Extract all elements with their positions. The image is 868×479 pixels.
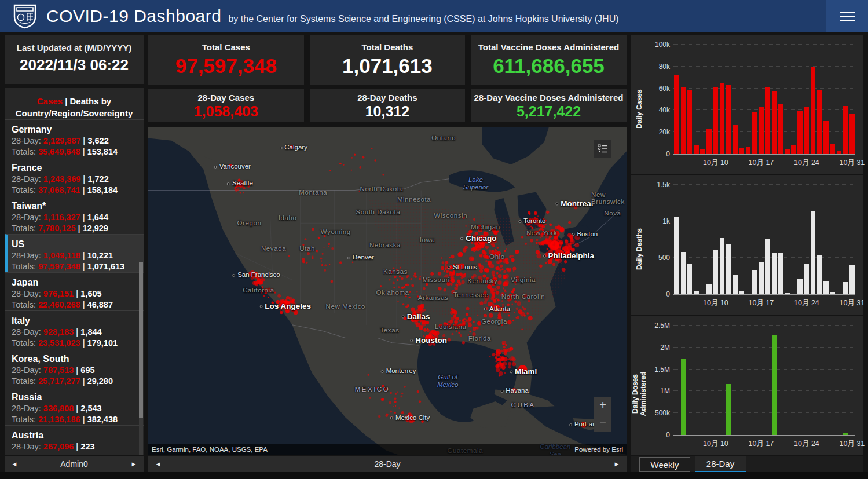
chart-bar[interactable] — [746, 147, 751, 154]
chart-bar[interactable] — [843, 106, 848, 154]
chart-bar[interactable] — [687, 90, 693, 154]
chart-bar[interactable] — [830, 292, 835, 294]
prev-arrow-icon[interactable]: ◄ — [148, 460, 168, 467]
chart-bar[interactable] — [700, 294, 705, 295]
chart-bar[interactable] — [837, 294, 842, 295]
chart-bar[interactable] — [843, 433, 848, 435]
chart-bar[interactable] — [733, 275, 738, 294]
chart-bar[interactable] — [797, 111, 803, 154]
chart-bar[interactable] — [681, 87, 686, 154]
chart-bar[interactable] — [713, 87, 719, 154]
chart-bar[interactable] — [726, 85, 731, 154]
country-28day-row: 28-Day: 976,151 | 1,605 — [12, 288, 139, 299]
x-tick-label: 10月 24 — [794, 298, 819, 308]
chart-bar[interactable] — [849, 114, 855, 154]
chart-bar[interactable] — [791, 294, 796, 295]
country-list-item[interactable]: Japan28-Day: 976,151 | 1,605Totals: 22,4… — [5, 272, 144, 310]
y-tick-label: 2.5M — [654, 321, 670, 330]
prev-arrow-icon[interactable]: ◄ — [5, 460, 24, 467]
country-list: Germany28-Day: 2,129,887 | 3,622Totals: … — [5, 119, 144, 455]
chart-bar[interactable] — [752, 112, 757, 154]
chart-bar[interactable] — [843, 282, 848, 294]
chart-bar[interactable] — [687, 264, 693, 294]
chart-bar[interactable] — [739, 291, 744, 294]
country-list-card: Cases | Deaths by Country/Region/Soverei… — [5, 88, 144, 455]
next-arrow-icon[interactable]: ► — [124, 460, 144, 467]
plot-area: 020k40k60k80k100k10月 1010月 1710月 2410月 3… — [673, 45, 855, 155]
chart-bar[interactable] — [830, 144, 835, 154]
scrollbar-thumb[interactable] — [139, 262, 143, 418]
chart-bar[interactable] — [739, 148, 744, 154]
chart-bar[interactable] — [681, 252, 686, 294]
chart-bar[interactable] — [681, 359, 686, 435]
chart-bar[interactable] — [785, 149, 790, 154]
country-list-item[interactable]: France28-Day: 1,243,369 | 1,722Totals: 3… — [5, 158, 144, 196]
gridline — [673, 184, 855, 185]
zoom-out-button[interactable]: − — [594, 414, 611, 432]
chart-bar[interactable] — [811, 211, 816, 294]
chart-bar[interactable] — [720, 83, 725, 154]
next-arrow-icon[interactable]: ► — [607, 460, 627, 467]
chart-bar[interactable] — [706, 129, 712, 154]
country-list-item[interactable]: Italy28-Day: 928,183 | 1,844Totals: 23,5… — [5, 310, 144, 349]
chart-bar[interactable] — [733, 125, 738, 154]
zoom-in-button[interactable]: + — [594, 397, 611, 414]
chart-bar[interactable] — [674, 75, 679, 154]
chart-bar[interactable] — [785, 293, 790, 294]
legend-button[interactable] — [594, 140, 611, 158]
chart-bar[interactable] — [837, 151, 842, 154]
map-time-pager: ◄ 28-Day ► — [148, 456, 627, 472]
country-list-item[interactable]: Korea, South28-Day: 787,513 | 695Totals:… — [5, 349, 144, 387]
covid-map[interactable]: OntarioCalgaryVancouverSeattleMontanaNor… — [148, 127, 627, 455]
chart-bar[interactable] — [713, 250, 719, 294]
chart-bar[interactable] — [772, 253, 777, 294]
chart-bar[interactable] — [772, 335, 777, 435]
y-axis-label: Daily Deaths — [635, 214, 643, 284]
chart-bar[interactable] — [765, 239, 770, 294]
chart-bar[interactable] — [811, 67, 816, 154]
chart-bar[interactable] — [772, 91, 777, 154]
country-28day-row: 28-Day: 1,243,369 | 1,722 — [12, 174, 139, 185]
country-list-item[interactable]: US28-Day: 1,049,118 | 10,221Totals: 97,5… — [5, 234, 144, 272]
chart-bar[interactable] — [849, 265, 855, 294]
covid-dashboard-app: COVID-19 Dashboard by the Center for Sys… — [0, 0, 868, 479]
chart-bar[interactable] — [791, 145, 796, 154]
country-name: Austria — [12, 430, 139, 441]
tab-28day[interactable]: 28-Day — [695, 456, 746, 473]
chart-bar[interactable] — [817, 90, 822, 154]
chart-bar[interactable] — [752, 270, 757, 294]
chart-bar[interactable] — [694, 291, 699, 294]
chart-bar[interactable] — [746, 294, 751, 295]
hamburger-icon — [840, 9, 855, 24]
tab-weekly[interactable]: Weekly — [639, 457, 690, 472]
y-axis-label: Daily Doses Administered — [631, 359, 647, 429]
admin-pager-label: Admin0 — [24, 459, 124, 469]
chart-bar[interactable] — [759, 262, 764, 294]
chart-bar[interactable] — [778, 253, 783, 294]
country-list-item[interactable]: Taiwan*28-Day: 1,116,327 | 1,644Totals: … — [5, 196, 144, 234]
stat-title: Total Deaths — [310, 42, 466, 52]
chart-bar[interactable] — [759, 107, 764, 154]
chart-bar[interactable] — [726, 244, 731, 294]
chart-bar[interactable] — [765, 87, 770, 154]
menu-button[interactable] — [826, 0, 868, 32]
chart-bar[interactable] — [823, 121, 829, 154]
chart-bar[interactable] — [694, 145, 699, 154]
28day-stats-row: 28-Day Cases1,058,40328-Day Deaths10,312… — [148, 89, 627, 122]
country-list-scrollbar[interactable] — [139, 262, 143, 455]
chart-bar[interactable] — [823, 281, 829, 294]
country-list-item[interactable]: Austria28-Day: 267,096 | 223 — [5, 425, 144, 455]
chart-bar[interactable] — [720, 238, 725, 294]
chart-bar[interactable] — [726, 384, 731, 435]
country-list-item[interactable]: Russia28-Day: 336,808 | 2,543Totals: 21,… — [5, 387, 144, 425]
chart-bar[interactable] — [804, 107, 810, 154]
chart-bar[interactable] — [804, 264, 810, 294]
chart-bar[interactable] — [706, 284, 712, 294]
chart-bar[interactable] — [700, 149, 705, 154]
chart-bar[interactable] — [674, 217, 679, 294]
chart-bar[interactable] — [797, 279, 803, 294]
y-tick-label: 60k — [659, 85, 670, 93]
chart-bar[interactable] — [778, 104, 783, 154]
chart-bar[interactable] — [817, 255, 822, 294]
country-list-item[interactable]: Germany28-Day: 2,129,887 | 3,622Totals: … — [5, 119, 144, 158]
